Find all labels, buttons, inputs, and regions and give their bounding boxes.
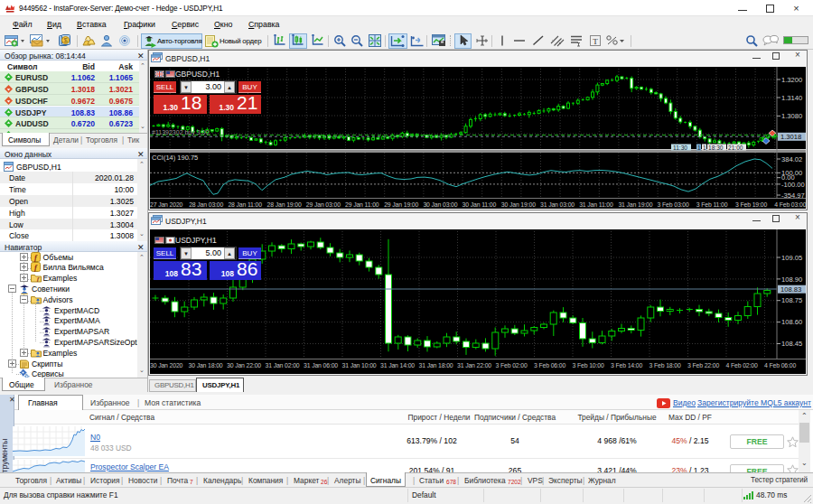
svg-text:21:00: 21:00 <box>728 145 743 151</box>
svg-text:108.60: 108.60 <box>781 318 802 326</box>
svg-text:1.3200: 1.3200 <box>781 76 802 84</box>
svg-text:31 Jan 10:00: 31 Jan 10:00 <box>342 362 377 369</box>
svg-text:3 Feb 10:00: 3 Feb 10:00 <box>573 362 604 369</box>
svg-text:31 Jan 22:00: 31 Jan 22:00 <box>457 362 491 369</box>
svg-text:T: T <box>593 37 598 46</box>
svg-text:109.05: 109.05 <box>781 254 802 262</box>
svg-text:CCI(14) 190.75: CCI(14) 190.75 <box>152 154 198 162</box>
svg-text:31 Jan 06:00: 31 Jan 06:00 <box>304 362 338 369</box>
svg-text:4 Feb 02:00: 4 Feb 02:00 <box>726 362 758 369</box>
svg-text:30 Jan 03:00: 30 Jan 03:00 <box>423 201 457 208</box>
svg-text:1: 1 <box>703 145 706 151</box>
svg-text:3 Feb 03:00: 3 Feb 03:00 <box>658 201 689 208</box>
svg-text:31 Jan 19:00: 31 Jan 19:00 <box>618 201 652 208</box>
svg-text:4 Feb 03:00: 4 Feb 03:00 <box>774 201 806 208</box>
svg-text:31 Jan 11:00: 31 Jan 11:00 <box>579 201 613 208</box>
svg-text:3 Feb 14:00: 3 Feb 14:00 <box>611 362 642 369</box>
svg-text:30 Jan 11:00: 30 Jan 11:00 <box>463 201 497 208</box>
svg-text:29 Jan 11:00: 29 Jan 11:00 <box>345 201 379 208</box>
svg-text:108.75: 108.75 <box>781 296 802 304</box>
svg-text:1.3018: 1.3018 <box>780 133 801 141</box>
svg-text:3 Feb 19:00: 3 Feb 19:00 <box>735 201 767 208</box>
svg-text:384.02: 384.02 <box>781 155 802 163</box>
svg-text:18:30: 18:30 <box>708 145 724 151</box>
svg-text:1.3080: 1.3080 <box>781 112 802 120</box>
svg-text:30 Jan 19:00: 30 Jan 19:00 <box>501 201 536 208</box>
svg-text:29 Jan 19:00: 29 Jan 19:00 <box>384 201 418 208</box>
svg-text:-100.00: -100.00 <box>781 181 805 189</box>
svg-text:GBPUSD,H1: GBPUSD,H1 <box>175 70 220 79</box>
svg-text:3 Feb 06:00: 3 Feb 06:00 <box>534 362 565 369</box>
svg-text:#11392302 buy 3.00: #11392302 buy 3.00 <box>152 129 209 136</box>
svg-text:3 Feb 22:00: 3 Feb 22:00 <box>687 362 719 369</box>
svg-text:108.83: 108.83 <box>780 285 801 294</box>
svg-text:28 Jan 19:00: 28 Jan 19:00 <box>267 201 302 208</box>
svg-text:1.3140: 1.3140 <box>781 94 802 102</box>
svg-text:3 Feb 18:00: 3 Feb 18:00 <box>649 362 681 369</box>
svg-text:31 Jan 03:00: 31 Jan 03:00 <box>540 201 575 208</box>
svg-text:4 Feb 06:00: 4 Feb 06:00 <box>764 362 796 369</box>
svg-text:30 Jan 2020: 30 Jan 2020 <box>150 362 183 369</box>
svg-text:31 Jan 18:00: 31 Jan 18:00 <box>419 362 453 369</box>
svg-text:31 Jan 02:00: 31 Jan 02:00 <box>266 362 300 369</box>
svg-text:11:30: 11:30 <box>673 145 687 151</box>
svg-text:30 Jan 18:00: 30 Jan 18:00 <box>189 362 223 369</box>
svg-text:31 Jan 14:00: 31 Jan 14:00 <box>380 362 415 369</box>
svg-text:USDJPY,H1: USDJPY,H1 <box>175 236 217 245</box>
svg-text:108.45: 108.45 <box>781 340 802 348</box>
svg-text:27 Jan 2020: 27 Jan 2020 <box>150 201 183 208</box>
svg-text:-354.97: -354.97 <box>781 191 805 200</box>
svg-text:3 Feb 11:00: 3 Feb 11:00 <box>696 201 728 208</box>
svg-text:108.90: 108.90 <box>781 275 802 284</box>
svg-text:1: 1 <box>697 145 701 151</box>
svg-text:28 Jan 11:00: 28 Jan 11:00 <box>228 201 262 208</box>
svg-text:28 Jan 03:00: 28 Jan 03:00 <box>189 201 223 208</box>
svg-text:29 Jan 03:00: 29 Jan 03:00 <box>306 201 341 208</box>
svg-text:3 Feb 02:00: 3 Feb 02:00 <box>496 362 528 369</box>
svg-text:30 Jan 22:00: 30 Jan 22:00 <box>227 362 261 369</box>
